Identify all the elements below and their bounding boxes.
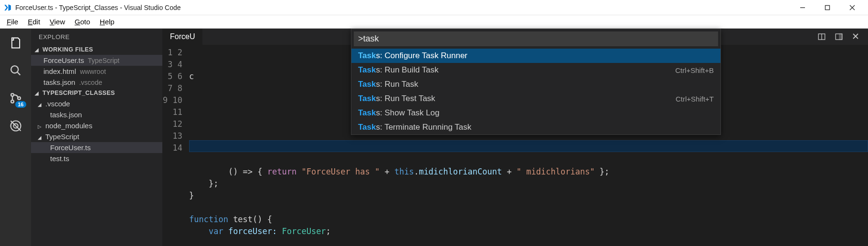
svg-point-6 [11, 93, 14, 96]
svg-rect-15 [839, 34, 842, 40]
git-icon[interactable]: 16 [8, 91, 23, 106]
line-highlight [189, 140, 868, 152]
close-button[interactable] [849, 5, 856, 10]
working-files-header[interactable]: ◢ WORKING FILES [31, 44, 162, 55]
file-tasks-json[interactable]: tasks.json [31, 109, 162, 120]
vscode-icon [3, 3, 12, 12]
chevron-right-icon: ▷ [38, 124, 43, 129]
command-palette-item[interactable]: Tasks: Configure Task Runner [351, 49, 720, 63]
menu-bar: File Edit View Goto Help [0, 15, 868, 29]
chevron-down-icon: ◢ [38, 102, 43, 107]
folder-typescript[interactable]: ◢ TypeScript [31, 131, 162, 142]
working-file-item[interactable]: tasks.json .vscode [31, 77, 162, 88]
file-forceuser-ts[interactable]: ForceUser.ts [31, 142, 162, 153]
chevron-down-icon: ◢ [35, 91, 41, 96]
explorer-sidebar: EXPLORE ◢ WORKING FILES ForceUser.ts Typ… [31, 29, 162, 246]
folder-header[interactable]: ◢ TYPESCRIPT_CLASSES [31, 88, 162, 98]
editor-tab[interactable]: ForceU [162, 29, 202, 45]
file-test-ts[interactable]: test.ts [31, 153, 162, 164]
command-palette-item[interactable]: Tasks: Show Task Log [351, 106, 720, 120]
svg-point-7 [11, 100, 14, 103]
menu-file[interactable]: File [2, 17, 23, 27]
explorer-icon[interactable] [8, 35, 23, 51]
svg-line-5 [17, 72, 20, 75]
search-icon[interactable] [8, 63, 23, 78]
svg-point-4 [11, 66, 18, 73]
chevron-down-icon: ◢ [35, 47, 41, 52]
folder-node-modules[interactable]: ▷ node_modules [31, 120, 162, 131]
working-file-item[interactable]: index.html wwwroot [31, 66, 162, 77]
activity-bar: 16 [0, 29, 31, 246]
command-palette-list: Tasks: Configure Task RunnerTasks: Run B… [351, 49, 720, 134]
line-gutter: 1 2 3 4 5 6 7 8 9 10 11 12 13 14 [162, 45, 189, 246]
debug-icon[interactable] [8, 118, 23, 133]
minimize-button[interactable] [799, 5, 806, 10]
svg-rect-1 [826, 5, 830, 10]
sidebar-title: EXPLORE [31, 29, 162, 44]
menu-goto[interactable]: Goto [70, 17, 95, 27]
menu-edit[interactable]: Edit [23, 17, 45, 27]
command-palette-item[interactable]: Tasks: Terminate Running Task [351, 120, 720, 134]
command-palette-item[interactable]: Tasks: Run Task [351, 77, 720, 92]
git-badge: 16 [15, 101, 26, 108]
editor-area: ForceU 1 2 3 4 5 6 7 8 9 10 11 12 13 14 … [162, 29, 868, 246]
maximize-button[interactable] [824, 5, 831, 10]
command-palette-item[interactable]: Tasks: Run Build TaskCtrl+Shift+B [351, 63, 720, 77]
menu-help[interactable]: Help [95, 17, 119, 27]
split-editor-icon[interactable] [817, 32, 826, 41]
close-editor-icon[interactable] [852, 32, 859, 41]
window-title: ForceUser.ts - TypeScript_Classes - Visu… [15, 4, 181, 11]
folder-vscode[interactable]: ◢ .vscode [31, 98, 162, 109]
command-palette-input[interactable] [354, 31, 718, 46]
window-titlebar: ForceUser.ts - TypeScript_Classes - Visu… [0, 0, 868, 15]
command-palette: Tasks: Configure Task RunnerTasks: Run B… [351, 29, 721, 135]
chevron-down-icon: ◢ [38, 135, 43, 140]
working-file-item[interactable]: ForceUser.ts TypeScript [31, 55, 162, 66]
menu-view[interactable]: View [45, 17, 70, 27]
command-palette-item[interactable]: Tasks: Run Test TaskCtrl+Shift+T [351, 92, 720, 106]
more-actions-icon[interactable] [835, 32, 843, 41]
